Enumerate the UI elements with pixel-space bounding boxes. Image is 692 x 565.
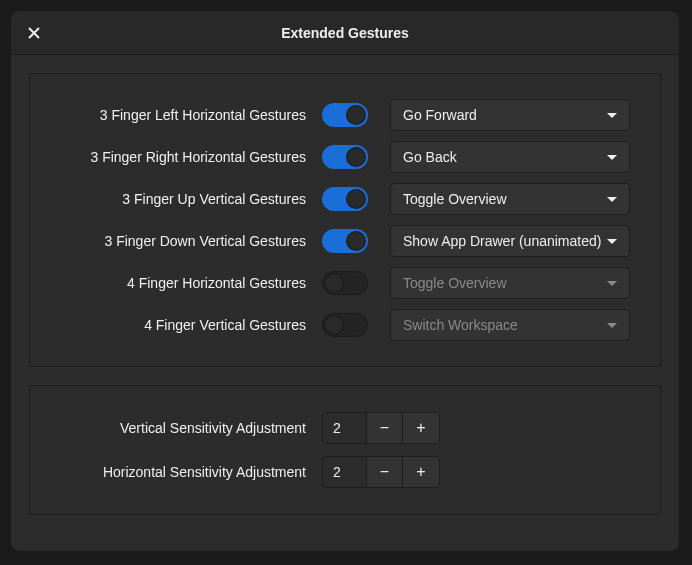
gesture-row: 3 Finger Left Horizontal Gestures Go For… bbox=[52, 100, 638, 130]
dropdown-value: Switch Workspace bbox=[403, 317, 518, 333]
gestures-panel: 3 Finger Left Horizontal Gestures Go For… bbox=[29, 73, 661, 367]
stepper-value[interactable]: 2 bbox=[323, 413, 367, 443]
stepper-value[interactable]: 2 bbox=[323, 457, 367, 487]
gesture-label: 3 Finger Right Horizontal Gestures bbox=[52, 149, 322, 165]
gesture-action-dropdown-3finger-left[interactable]: Go Forward bbox=[390, 99, 630, 131]
gesture-action-dropdown-3finger-right[interactable]: Go Back bbox=[390, 141, 630, 173]
gesture-row: 3 Finger Down Vertical Gestures Show App… bbox=[52, 226, 638, 256]
dropdown-value: Toggle Overview bbox=[403, 275, 507, 291]
stepper-increment-button[interactable]: + bbox=[403, 413, 439, 443]
content-area: 3 Finger Left Horizontal Gestures Go For… bbox=[11, 55, 679, 551]
stepper-decrement-button[interactable]: − bbox=[367, 413, 403, 443]
gesture-row: 4 Finger Vertical Gestures Switch Worksp… bbox=[52, 310, 638, 340]
sensitivity-row: Horizontal Sensitivity Adjustment 2 − + bbox=[52, 456, 638, 488]
dropdown-value: Toggle Overview bbox=[403, 191, 507, 207]
vertical-sensitivity-stepper: 2 − + bbox=[322, 412, 440, 444]
chevron-down-icon bbox=[607, 239, 617, 244]
sensitivity-row: Vertical Sensitivity Adjustment 2 − + bbox=[52, 412, 638, 444]
dropdown-value: Go Back bbox=[403, 149, 457, 165]
dropdown-value: Show App Drawer (unanimated) bbox=[403, 233, 601, 249]
gesture-action-dropdown-3finger-down[interactable]: Show App Drawer (unanimated) bbox=[390, 225, 630, 257]
gesture-label: 3 Finger Left Horizontal Gestures bbox=[52, 107, 322, 123]
chevron-down-icon bbox=[607, 323, 617, 328]
sensitivity-label: Vertical Sensitivity Adjustment bbox=[52, 420, 322, 436]
titlebar: Extended Gestures bbox=[11, 11, 679, 55]
gesture-label: 4 Finger Vertical Gestures bbox=[52, 317, 322, 333]
gesture-row: 3 Finger Up Vertical Gestures Toggle Ove… bbox=[52, 184, 638, 214]
window-title: Extended Gestures bbox=[11, 25, 679, 41]
dropdown-value: Go Forward bbox=[403, 107, 477, 123]
chevron-down-icon bbox=[607, 281, 617, 286]
gesture-toggle-4finger-horizontal[interactable] bbox=[322, 271, 368, 295]
gesture-action-dropdown-3finger-up[interactable]: Toggle Overview bbox=[390, 183, 630, 215]
gesture-action-dropdown-4finger-vertical[interactable]: Switch Workspace bbox=[390, 309, 630, 341]
gesture-toggle-3finger-left[interactable] bbox=[322, 103, 368, 127]
sensitivity-panel: Vertical Sensitivity Adjustment 2 − + Ho… bbox=[29, 385, 661, 515]
horizontal-sensitivity-stepper: 2 − + bbox=[322, 456, 440, 488]
stepper-increment-button[interactable]: + bbox=[403, 457, 439, 487]
gesture-toggle-3finger-up[interactable] bbox=[322, 187, 368, 211]
sensitivity-label: Horizontal Sensitivity Adjustment bbox=[52, 464, 322, 480]
gesture-toggle-3finger-down[interactable] bbox=[322, 229, 368, 253]
chevron-down-icon bbox=[607, 113, 617, 118]
stepper-decrement-button[interactable]: − bbox=[367, 457, 403, 487]
chevron-down-icon bbox=[607, 197, 617, 202]
gesture-action-dropdown-4finger-horizontal[interactable]: Toggle Overview bbox=[390, 267, 630, 299]
close-button[interactable] bbox=[19, 18, 49, 48]
gesture-label: 3 Finger Down Vertical Gestures bbox=[52, 233, 322, 249]
close-icon bbox=[28, 27, 40, 39]
gesture-toggle-3finger-right[interactable] bbox=[322, 145, 368, 169]
gesture-row: 3 Finger Right Horizontal Gestures Go Ba… bbox=[52, 142, 638, 172]
gesture-label: 3 Finger Up Vertical Gestures bbox=[52, 191, 322, 207]
gesture-label: 4 Finger Horizontal Gestures bbox=[52, 275, 322, 291]
gesture-row: 4 Finger Horizontal Gestures Toggle Over… bbox=[52, 268, 638, 298]
settings-window: Extended Gestures 3 Finger Left Horizont… bbox=[10, 10, 680, 552]
chevron-down-icon bbox=[607, 155, 617, 160]
gesture-toggle-4finger-vertical[interactable] bbox=[322, 313, 368, 337]
